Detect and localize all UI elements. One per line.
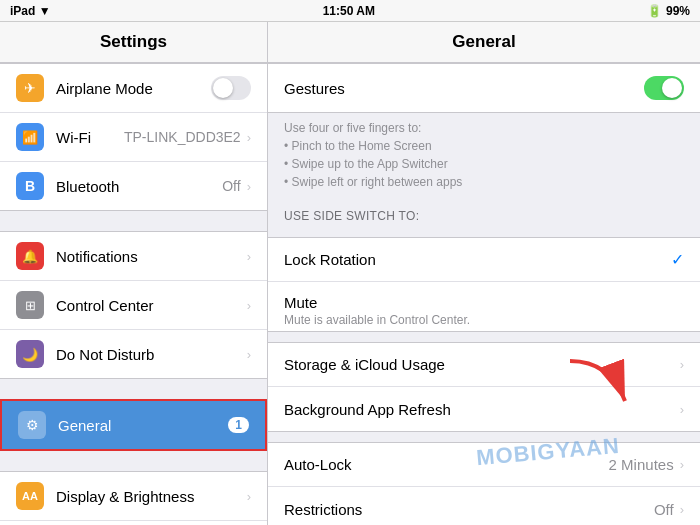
sidebar-item-general[interactable]: ⚙ General 1 [2,401,265,449]
bluetooth-chevron: › [247,179,251,194]
sidebar-item-donotdisturb[interactable]: 🌙 Do Not Disturb › [0,330,267,378]
wifi-icon: 📶 [16,123,44,151]
status-time: 11:50 AM [323,4,375,18]
general-icon: ⚙ [18,411,46,439]
lockrotation-check: ✓ [671,250,684,269]
restrictions-chevron: › [680,502,684,517]
control-chevron: › [247,298,251,313]
backgroundapp-label: Background App Refresh [284,401,680,418]
donotdisturb-icon: 🌙 [16,340,44,368]
backgroundapp-row[interactable]: Background App Refresh › [268,387,700,431]
bluetooth-label: Bluetooth [56,178,222,195]
sidebar-items: ✈ Airplane Mode 📶 Wi-Fi TP-LINK_DDD3E2 ›… [0,63,267,525]
autolock-row[interactable]: Auto-Lock 2 Minutes › [268,443,700,487]
gestures-toggle[interactable] [644,76,684,100]
right-panel: General Gestures Use four or five finger… [268,22,700,525]
autolock-value: 2 Minutes [609,456,674,473]
bluetooth-value: Off [222,178,240,194]
sidebar: Settings ✈ Airplane Mode 📶 Wi-Fi TP-LINK… [0,22,268,525]
sidebar-item-wallpaper[interactable]: 🖼 Wallpaper › [0,521,267,525]
mute-label: Mute [284,294,317,311]
wifi-value: TP-LINK_DDD3E2 [124,129,241,145]
sidebar-item-control[interactable]: ⊞ Control Center › [0,281,267,330]
restrictions-label: Restrictions [284,501,654,518]
wifi-chevron: › [247,130,251,145]
sidebar-title: Settings [0,22,267,63]
display-icon: AA [16,482,44,510]
display-chevron: › [247,489,251,504]
gestures-label: Gestures [284,80,644,97]
control-icon: ⊞ [16,291,44,319]
restrictions-value: Off [654,501,674,518]
donotdisturb-label: Do Not Disturb [56,346,247,363]
display-label: Display & Brightness [56,488,247,505]
airplane-icon: ✈ [16,74,44,102]
gestures-row[interactable]: Gestures [268,64,700,112]
status-right: 🔋 99% [647,4,690,18]
general-badge: 1 [228,417,249,433]
notifications-label: Notifications [56,248,247,265]
donotdisturb-chevron: › [247,347,251,362]
ipad-label: iPad ▼ [10,4,51,18]
storage-row[interactable]: Storage & iCloud Usage › [268,343,700,387]
lockrotation-label: Lock Rotation [284,251,671,268]
battery-level: 99% [666,4,690,18]
wifi-label: Wi-Fi [56,129,124,146]
sidebar-item-display[interactable]: AA Display & Brightness › [0,472,267,521]
notifications-chevron: › [247,249,251,264]
bluetooth-icon: B [16,172,44,200]
backgroundapp-chevron: › [680,402,684,417]
sidebar-item-notifications[interactable]: 🔔 Notifications › [0,232,267,281]
lockrotation-row[interactable]: Lock Rotation ✓ [268,238,700,282]
autolock-label: Auto-Lock [284,456,609,473]
battery-icon: 🔋 [647,4,662,18]
airplane-toggle[interactable] [211,76,251,100]
mute-sub: Mute is available in Control Center. [284,313,470,327]
sidebar-item-bluetooth[interactable]: B Bluetooth Off › [0,162,267,210]
general-label: General [58,417,228,434]
autolock-chevron: › [680,457,684,472]
airplane-label: Airplane Mode [56,80,211,97]
status-bar: iPad ▼ 11:50 AM 🔋 99% [0,0,700,22]
notifications-icon: 🔔 [16,242,44,270]
side-switch-label: USE SIDE SWITCH TO: [268,201,700,227]
right-content: Gestures Use four or five fingers to:• P… [268,63,700,525]
restrictions-row[interactable]: Restrictions Off › [268,487,700,525]
mute-row[interactable]: Mute Mute is available in Control Center… [268,282,700,331]
storage-label: Storage & iCloud Usage [284,356,680,373]
status-left: iPad ▼ [10,4,51,18]
control-label: Control Center [56,297,247,314]
right-title: General [268,22,700,63]
sidebar-item-wifi[interactable]: 📶 Wi-Fi TP-LINK_DDD3E2 › [0,113,267,162]
gestures-sub: Use four or five fingers to:• Pinch to t… [268,113,700,201]
storage-chevron: › [680,357,684,372]
sidebar-item-airplane[interactable]: ✈ Airplane Mode [0,64,267,113]
